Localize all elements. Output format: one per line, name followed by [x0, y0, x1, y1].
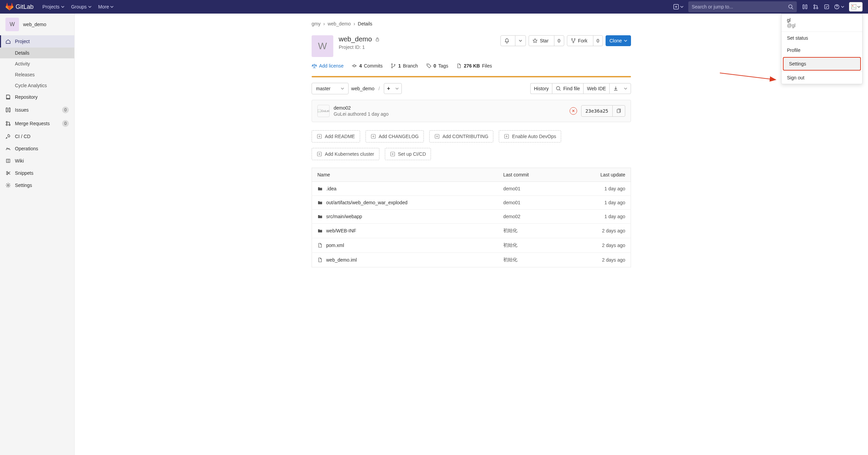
clone-button[interactable]: Clone [606, 35, 631, 46]
sidebar-project-header[interactable]: W web_demo [0, 14, 74, 35]
download-button[interactable] [609, 83, 631, 94]
history-button[interactable]: History [530, 83, 552, 94]
topnav-projects[interactable]: Projects [39, 0, 68, 14]
svg-point-28 [428, 64, 428, 65]
scale-icon [312, 63, 317, 69]
chip-add-changelog[interactable]: Add CHANGELOG [366, 130, 424, 143]
merge-requests-shortcut[interactable] [810, 1, 821, 12]
gear-icon [5, 183, 11, 188]
file-icon [317, 243, 323, 248]
svg-point-24 [353, 65, 355, 67]
sidebar-item-settings[interactable]: Settings [0, 179, 74, 191]
sidebar-item-operations[interactable]: Operations [0, 143, 74, 155]
help-icon [834, 4, 840, 10]
svg-point-16 [9, 124, 10, 126]
svg-rect-12 [6, 108, 7, 112]
user-handle: @gl [787, 23, 857, 28]
rocket-icon [5, 134, 11, 139]
broken-image-icon [851, 4, 856, 10]
chip-add-contributing[interactable]: Add CONTRIBUTING [429, 130, 493, 143]
sidebar-item-snippets[interactable]: Snippets [0, 167, 74, 179]
fork-button[interactable]: Fork 0 [567, 35, 603, 46]
file-row[interactable]: out/artifacts/web_demo_war_explodeddemo0… [312, 196, 631, 210]
size-stat[interactable]: 276 KBFiles [456, 63, 492, 69]
user-menu-sign-out[interactable]: Sign out [782, 72, 862, 84]
merge-icon [813, 4, 818, 10]
project-id: Project ID: 1 [339, 44, 380, 50]
sidebar-item-ci-cd[interactable]: CI / CD [0, 130, 74, 143]
repo-icon [5, 94, 11, 100]
chip-set-up-ci-cd[interactable]: Set up CI/CD [385, 148, 431, 160]
branch-stat[interactable]: 1Branch [391, 63, 418, 69]
chip-add-readme[interactable]: Add README [312, 130, 360, 143]
download-icon [613, 86, 618, 91]
commit-icon [352, 63, 357, 69]
sidebar-sub-activity[interactable]: Activity [0, 58, 74, 69]
path-project[interactable]: web_demo [351, 86, 375, 91]
svg-point-17 [6, 171, 8, 173]
sidebar-sub-details[interactable]: Details [0, 48, 74, 58]
svg-point-9 [836, 8, 837, 8]
copy-sha-button[interactable] [612, 106, 625, 116]
plus-square-icon [673, 4, 679, 10]
fork-icon [571, 38, 576, 43]
tags-stat[interactable]: 0Tags [426, 63, 448, 69]
file-row[interactable]: .ideademo011 day ago [312, 182, 631, 196]
issues-shortcut[interactable] [800, 1, 810, 12]
sidebar-item-project[interactable]: Project [0, 35, 74, 48]
sha-text[interactable]: 23e36a25 [581, 108, 612, 114]
user-menu-settings[interactable]: Settings [783, 57, 861, 71]
star-button[interactable]: Star 0 [529, 35, 564, 46]
commit-title[interactable]: demo02 [334, 105, 566, 111]
svg-rect-30 [318, 110, 321, 113]
col-name: Name [312, 168, 498, 182]
sidebar-item-wiki[interactable]: Wiki [0, 155, 74, 167]
help-menu[interactable] [832, 1, 846, 12]
plus-menu-button[interactable] [671, 1, 686, 12]
project-hero: W web_demo Project ID: 1 Star 0 [312, 35, 631, 57]
file-row[interactable]: src/main/webappdemo021 day ago [312, 210, 631, 224]
branch-select[interactable]: master [312, 83, 349, 94]
sidebar-item-repository[interactable]: Repository [0, 91, 74, 103]
file-row[interactable]: pom.xml初始化2 days ago [312, 238, 631, 253]
repo-toolbar: master web_demo / + History Find file We… [312, 83, 631, 94]
svg-line-38 [720, 73, 776, 80]
file-icon [317, 257, 323, 263]
svg-point-26 [392, 67, 393, 68]
search-input[interactable] [692, 4, 788, 10]
scissors-icon [5, 170, 11, 176]
chip-add-kubernetes-cluster[interactable]: Add Kubernetes cluster [312, 148, 379, 160]
svg-rect-20 [376, 39, 379, 41]
user-menu-profile[interactable]: Profile [782, 44, 862, 56]
svg-point-14 [6, 121, 7, 123]
add-license-link[interactable]: Add license [312, 63, 343, 69]
add-file-button[interactable]: + [384, 83, 402, 94]
mr-icon [5, 121, 11, 126]
pipeline-failed-icon[interactable]: ✕ [570, 107, 577, 115]
sidebar-item-issues[interactable]: Issues0 [0, 103, 74, 117]
global-search[interactable] [688, 1, 797, 12]
web-ide-button[interactable]: Web IDE [583, 83, 609, 94]
gitlab-logo[interactable]: GitLab [5, 3, 34, 11]
notifications-button[interactable] [500, 35, 526, 46]
sidebar-sub-releases[interactable]: Releases [0, 69, 74, 80]
user-menu-set-status[interactable]: Set status [782, 32, 862, 44]
crumb-project[interactable]: web_demo [328, 21, 351, 26]
file-row[interactable]: web_demo.iml初始化2 days ago [312, 253, 631, 267]
chevron-down-icon [88, 5, 92, 8]
crumb-group[interactable]: gmy [312, 21, 320, 26]
commits-stat[interactable]: 4Commits [352, 63, 382, 69]
svg-rect-10 [851, 4, 856, 9]
topnav-groups[interactable]: Groups [68, 0, 95, 14]
user-menu-button[interactable] [849, 2, 863, 12]
sidebar-item-merge-requests[interactable]: Merge Requests0 [0, 117, 74, 130]
todos-shortcut[interactable] [821, 1, 832, 12]
find-file-button[interactable]: Find file [552, 83, 583, 94]
topnav-more[interactable]: More [95, 0, 117, 14]
tag-icon [426, 63, 432, 69]
svg-point-27 [394, 64, 395, 65]
file-row[interactable]: web/WEB-INF初始化2 days ago [312, 224, 631, 238]
chip-enable-auto-devops[interactable]: Enable Auto DevOps [499, 130, 561, 143]
sidebar-sub-cycle-analytics[interactable]: Cycle Analytics [0, 80, 74, 91]
col-commit: Last commit [498, 168, 565, 182]
